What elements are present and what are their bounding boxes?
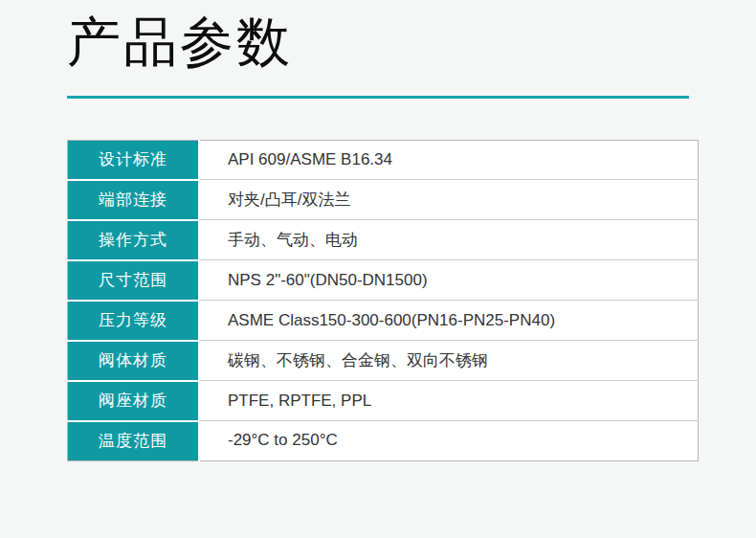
spec-label: 阀体材质	[68, 341, 200, 381]
page-root: 产品参数 设计标准API 609/ASME B16.34端部连接对夹/凸耳/双法…	[0, 0, 756, 461]
spec-label: 压力等级	[68, 301, 200, 341]
spec-label: 阀座材质	[68, 381, 200, 421]
spec-value: 碳钢、不锈钢、合金钢、双向不锈钢	[199, 341, 699, 381]
table-row: 操作方式手动、气动、电动	[68, 220, 699, 260]
table-row: 阀座材质PTFE, RPTFE, PPL	[68, 381, 699, 421]
spec-value: -29°C to 250°C	[199, 421, 699, 461]
table-row: 尺寸范围NPS 2"-60"(DN50-DN1500)	[68, 260, 699, 301]
spec-value: 手动、气动、电动	[199, 220, 699, 260]
table-row: 设计标准API 609/ASME B16.34	[68, 140, 699, 180]
spec-value: PTFE, RPTFE, PPL	[199, 381, 699, 421]
spec-label: 温度范围	[68, 421, 200, 461]
spec-value: API 609/ASME B16.34	[199, 140, 699, 180]
spec-value: 对夹/凸耳/双法兰	[199, 180, 699, 220]
table-row: 温度范围-29°C to 250°C	[68, 421, 699, 461]
spec-label: 端部连接	[68, 180, 200, 220]
spec-value: ASME Class150-300-600(PN16-PN25-PN40)	[199, 301, 699, 341]
page-title: 产品参数	[67, 0, 699, 78]
table-row: 阀体材质碳钢、不锈钢、合金钢、双向不锈钢	[68, 341, 699, 381]
title-divider	[67, 96, 689, 99]
spec-table-body: 设计标准API 609/ASME B16.34端部连接对夹/凸耳/双法兰操作方式…	[68, 140, 699, 460]
spec-label: 操作方式	[68, 220, 200, 260]
table-row: 端部连接对夹/凸耳/双法兰	[68, 180, 699, 220]
table-row: 压力等级ASME Class150-300-600(PN16-PN25-PN40…	[68, 301, 699, 341]
product-spec-table: 设计标准API 609/ASME B16.34端部连接对夹/凸耳/双法兰操作方式…	[67, 140, 699, 461]
spec-label: 尺寸范围	[68, 260, 200, 301]
spec-label: 设计标准	[68, 140, 200, 180]
spec-value: NPS 2"-60"(DN50-DN1500)	[199, 260, 699, 301]
